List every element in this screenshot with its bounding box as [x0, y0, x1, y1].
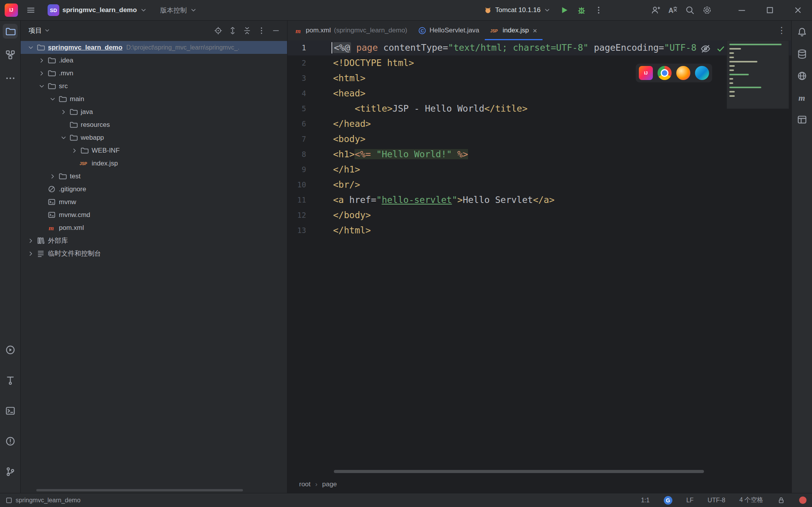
more-tool-windows-icon[interactable] [3, 71, 18, 85]
tree-item-WEB-INF[interactable]: WEB-INF [21, 144, 287, 157]
tab-pom-xml[interactable]: m pom.xml (springmvc_learn_demo) [289, 21, 413, 40]
project-hscrollbar[interactable] [36, 489, 243, 491]
tree-item-mvnw[interactable]: mvnw [21, 196, 287, 208]
line-number[interactable]: 9 [287, 162, 306, 177]
chevron-right-icon[interactable] [37, 69, 46, 78]
hide-panel-icon[interactable] [272, 27, 280, 35]
tree-item-resources[interactable]: resources [21, 118, 287, 131]
collaborate-icon[interactable] [648, 3, 663, 18]
editor-hscrollbar[interactable] [334, 470, 704, 473]
highlighting-off-eye-icon[interactable] [700, 43, 711, 54]
indent-setting[interactable]: 4 个空格 [739, 496, 763, 504]
line-number[interactable]: 2 [287, 55, 306, 71]
tree-item-test[interactable]: test [21, 170, 287, 183]
run-config-widget[interactable]: Tomcat 10.1.16 [480, 4, 555, 16]
minimap[interactable] [727, 40, 789, 109]
tree-item-________[interactable]: 临时文件和控制台 [21, 247, 287, 260]
code-line-10[interactable]: 10<br/> [287, 177, 791, 192]
project-tool-window-icon[interactable] [3, 24, 18, 39]
locate-file-icon[interactable] [214, 27, 222, 35]
project-widget[interactable]: SD springmvc_learn_demo [44, 2, 151, 18]
code-line-9[interactable]: 9</h1> [287, 162, 791, 177]
tree-item-.mvn[interactable]: .mvn [21, 67, 287, 80]
run-button[interactable] [557, 3, 572, 18]
project-panel-title[interactable]: 项目 [28, 26, 50, 35]
structure-tool-window-icon[interactable] [3, 47, 18, 62]
services-icon[interactable] [3, 342, 18, 357]
line-number[interactable]: 6 [287, 116, 306, 132]
tree-item-.gitignore[interactable]: .gitignore [21, 183, 287, 196]
line-number[interactable]: 7 [287, 132, 306, 147]
code-line-2[interactable]: 2<!DOCTYPE html> [287, 55, 791, 71]
line-number[interactable]: 4 [287, 86, 306, 101]
tree-item-webapp[interactable]: webapp [21, 131, 287, 144]
editor[interactable]: 1<%@ page contentType="text/html; charse… [287, 40, 791, 475]
statusbar-project-name[interactable]: springmvc_learn_demo [16, 497, 80, 504]
debug-button[interactable] [574, 3, 589, 18]
breadcrumb-item[interactable]: page [322, 480, 337, 488]
chevron-down-icon[interactable] [26, 43, 35, 52]
maven-tool-icon[interactable]: m [794, 90, 809, 105]
chevron-down-icon[interactable] [48, 94, 57, 104]
line-separator[interactable]: LF [686, 497, 694, 504]
problems-icon[interactable] [3, 434, 18, 448]
maximize-button[interactable] [756, 0, 784, 21]
close-button[interactable] [784, 0, 812, 21]
code-line-11[interactable]: 11<a href="hello-servlet">Hello Servlet<… [287, 192, 791, 208]
chevron-down-icon[interactable] [59, 133, 68, 142]
minimize-button[interactable] [728, 0, 756, 21]
code-line-5[interactable]: 5 <title>JSP - Hello World</title> [287, 101, 791, 116]
chevron-right-icon[interactable] [26, 236, 35, 245]
hamburger-menu-icon[interactable] [23, 3, 38, 18]
tree-item-mvnw.cmd[interactable]: mvnw.cmd [21, 208, 287, 221]
settings-icon[interactable] [700, 3, 714, 18]
line-number[interactable]: 3 [287, 71, 306, 86]
idea-preview-icon[interactable]: IJ [639, 66, 653, 80]
chevron-right-icon[interactable] [48, 172, 57, 181]
layout-tool-icon[interactable] [794, 112, 809, 127]
search-icon[interactable] [683, 3, 697, 18]
web-globe-icon[interactable] [794, 68, 809, 83]
code-line-3[interactable]: 3<html> [287, 71, 791, 86]
panel-options-icon[interactable] [257, 27, 266, 35]
terminal-icon[interactable] [3, 403, 18, 418]
git-branch-icon[interactable] [3, 464, 18, 479]
tree-item-index.jsp[interactable]: JSPindex.jsp [21, 157, 287, 170]
tree-item-java[interactable]: java [21, 105, 287, 118]
grazie-icon[interactable]: G [664, 496, 672, 505]
chrome-icon[interactable] [658, 66, 672, 80]
line-number[interactable]: 10 [287, 177, 306, 192]
code-line-13[interactable]: 13</html> [287, 223, 791, 238]
chevron-right-icon[interactable] [70, 146, 79, 155]
chevron-right-icon[interactable] [37, 56, 46, 65]
chevron-down-icon[interactable] [37, 82, 46, 91]
tree-item-___[interactable]: 外部库 [21, 234, 287, 247]
notifications-bell-icon[interactable] [794, 25, 809, 39]
firefox-icon[interactable] [676, 66, 690, 80]
tree-item-pom.xml[interactable]: mpom.xml [21, 221, 287, 234]
code-line-6[interactable]: 6</head> [287, 116, 791, 132]
breadcrumb-item[interactable]: root [299, 480, 310, 488]
collapse-all-icon[interactable] [243, 27, 251, 35]
line-number[interactable]: 12 [287, 208, 306, 223]
tree-item-src[interactable]: src [21, 80, 287, 93]
tab-index-jsp[interactable]: JSP index.jsp × [485, 21, 543, 40]
database-icon[interactable] [794, 46, 809, 61]
line-number[interactable]: 11 [287, 192, 306, 208]
line-number[interactable]: 13 [287, 223, 306, 238]
tab-options-icon[interactable]: ⋮ [777, 25, 786, 36]
code-line-7[interactable]: 7<body> [287, 132, 791, 147]
translate-icon[interactable]: A [665, 3, 680, 18]
chevron-right-icon[interactable] [26, 249, 35, 258]
tab-helloservlet-java[interactable]: C HelloServlet.java [413, 21, 485, 40]
edge-icon[interactable] [695, 66, 709, 80]
more-actions-icon[interactable] [591, 3, 606, 18]
code-line-12[interactable]: 12</body> [287, 208, 791, 223]
vcs-widget[interactable]: 版本控制 [156, 4, 201, 17]
tree-item-.idea[interactable]: .idea [21, 54, 287, 67]
code-line-4[interactable]: 4<head> [287, 86, 791, 101]
highlight-level-icon[interactable] [799, 496, 807, 504]
chevron-right-icon[interactable] [59, 107, 68, 117]
line-number[interactable]: 1 [287, 40, 306, 55]
code-line-8[interactable]: 8<h1><%= "Hello World!" %> [287, 147, 791, 162]
